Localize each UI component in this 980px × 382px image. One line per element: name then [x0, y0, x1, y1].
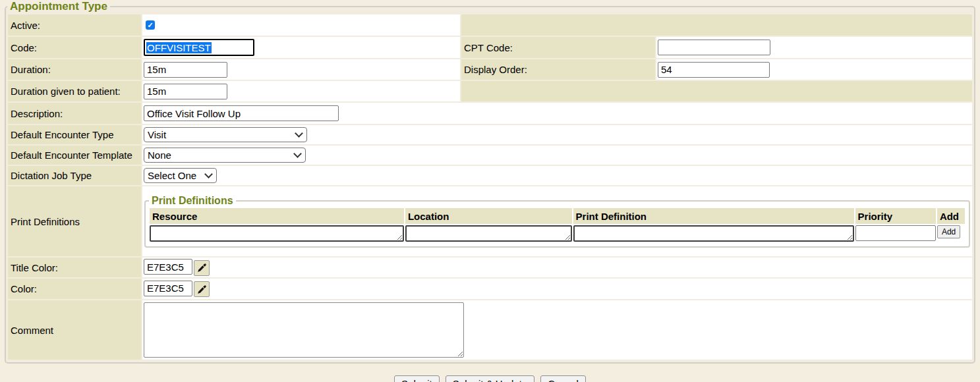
color-label: Color: — [8, 279, 141, 299]
cancel-button[interactable]: Cancel — [540, 375, 586, 382]
row-dictation: Dictation Job Type Select One — [8, 166, 972, 185]
add-button[interactable]: Add — [937, 225, 960, 238]
encounter-template-label: Default Encounter Template — [8, 146, 141, 165]
print-definition-input[interactable] — [573, 225, 854, 242]
color-input[interactable] — [144, 281, 192, 296]
comment-textarea[interactable] — [144, 302, 464, 358]
duration-input[interactable] — [144, 62, 227, 78]
appointment-type-legend: Appointment Type — [7, 0, 110, 13]
active-checkbox[interactable]: ✓ — [146, 20, 155, 30]
print-definitions-cell: Print Definitions Resource Location Prin… — [142, 186, 972, 256]
print-definitions-label: Print Definitions — [8, 186, 141, 256]
active-label: Active: — [8, 14, 141, 36]
row-active: Active: ✓ — [8, 14, 972, 36]
dictation-label: Dictation Job Type — [8, 166, 141, 185]
comment-label: Comment — [8, 300, 141, 360]
add-column-header: Add — [937, 208, 965, 224]
duration-patient-cell — [142, 81, 460, 101]
row-duration: Duration: Display Order: — [8, 59, 972, 80]
display-order-label: Display Order: — [461, 59, 655, 80]
priority-cell — [855, 225, 936, 242]
chevron-down-icon — [204, 170, 213, 178]
appointment-form-table: Active: ✓ Code: OFFVISITEST CPT Code: — [7, 13, 973, 361]
add-cell: Add — [937, 225, 965, 242]
form-buttons-bar: Submit Submit & Update Cancel — [0, 375, 980, 382]
cpt-code-label: CPT Code: — [461, 37, 655, 58]
row-description: Description: — [8, 103, 972, 124]
color-cell — [142, 279, 972, 299]
description-cell — [142, 103, 972, 124]
encounter-type-selected-value: Visit — [148, 129, 166, 140]
encounter-template-cell: None — [142, 146, 972, 165]
print-definitions-input-row: Add — [150, 225, 965, 242]
dictation-selected-value: Select One — [148, 170, 196, 181]
code-input[interactable]: OFFVISITEST — [144, 39, 254, 56]
encounter-template-selected-value: None — [148, 150, 171, 161]
cpt-code-cell — [656, 37, 972, 58]
code-selected-text: OFFVISITEST — [146, 42, 212, 53]
display-order-input[interactable] — [658, 62, 770, 78]
title-color-label: Title Color: — [8, 258, 141, 277]
row-encounter-type: Default Encounter Type Visit — [8, 125, 972, 144]
row-comment: Comment — [8, 300, 972, 360]
duration-patient-input[interactable] — [144, 84, 227, 99]
eyedropper-icon — [197, 263, 207, 273]
print-definition-cell — [573, 225, 854, 242]
description-input[interactable] — [144, 105, 339, 121]
location-input[interactable] — [405, 225, 572, 242]
chevron-down-icon — [295, 129, 303, 138]
comment-cell — [142, 300, 972, 360]
print-definitions-fieldset: Print Definitions Resource Location Prin… — [144, 195, 970, 248]
resource-cell — [150, 225, 404, 242]
print-definitions-legend: Print Definitions — [149, 195, 236, 207]
row-encounter-template: Default Encounter Template None — [8, 146, 972, 165]
encounter-type-select[interactable]: Visit — [144, 127, 307, 142]
resource-input[interactable] — [150, 225, 404, 242]
submit-update-button[interactable]: Submit & Update — [446, 375, 534, 382]
location-cell — [405, 225, 572, 242]
title-color-picker-button[interactable] — [194, 260, 210, 276]
display-order-cell — [656, 59, 972, 80]
code-label: Code: — [8, 37, 141, 58]
submit-button[interactable]: Submit — [394, 375, 440, 382]
active-row-filler — [461, 14, 972, 36]
color-picker-button[interactable] — [194, 281, 210, 297]
title-color-cell — [142, 258, 972, 277]
dictation-job-type-select[interactable]: Select One — [144, 168, 217, 183]
chevron-down-icon — [293, 150, 302, 158]
dictation-cell: Select One — [142, 166, 972, 185]
code-cell: OFFVISITEST — [142, 37, 460, 58]
cpt-code-input[interactable] — [658, 40, 770, 55]
eyedropper-icon — [197, 285, 207, 294]
row-code: Code: OFFVISITEST CPT Code: — [8, 37, 972, 58]
print-definitions-header-row: Resource Location Print Definition Prior… — [150, 208, 965, 224]
row-color: Color: — [8, 279, 972, 299]
checkmark-icon: ✓ — [147, 22, 153, 29]
description-label: Description: — [8, 103, 141, 124]
priority-column-header: Priority — [855, 208, 936, 224]
print-definition-column-header: Print Definition — [573, 208, 854, 224]
location-column-header: Location — [405, 208, 572, 224]
priority-input[interactable] — [855, 225, 936, 241]
row-duration-patient: Duration given to patient: — [8, 81, 972, 101]
row-title-color: Title Color: — [8, 258, 972, 277]
title-color-input[interactable] — [144, 259, 192, 275]
encounter-type-cell: Visit — [142, 125, 972, 144]
encounter-template-select[interactable]: None — [144, 148, 306, 163]
duration-patient-label: Duration given to patient: — [8, 81, 141, 101]
active-cell: ✓ — [142, 14, 460, 36]
duration-patient-row-filler — [461, 81, 972, 101]
row-print-definitions: Print Definitions Print Definitions Reso… — [8, 186, 972, 256]
appointment-type-fieldset: Appointment Type Active: ✓ Code: OFFVISI… — [5, 0, 975, 364]
duration-cell — [142, 59, 460, 80]
print-definitions-table: Resource Location Print Definition Prior… — [148, 207, 966, 243]
duration-label: Duration: — [8, 59, 141, 80]
encounter-type-label: Default Encounter Type — [8, 125, 141, 144]
resource-column-header: Resource — [150, 208, 404, 224]
